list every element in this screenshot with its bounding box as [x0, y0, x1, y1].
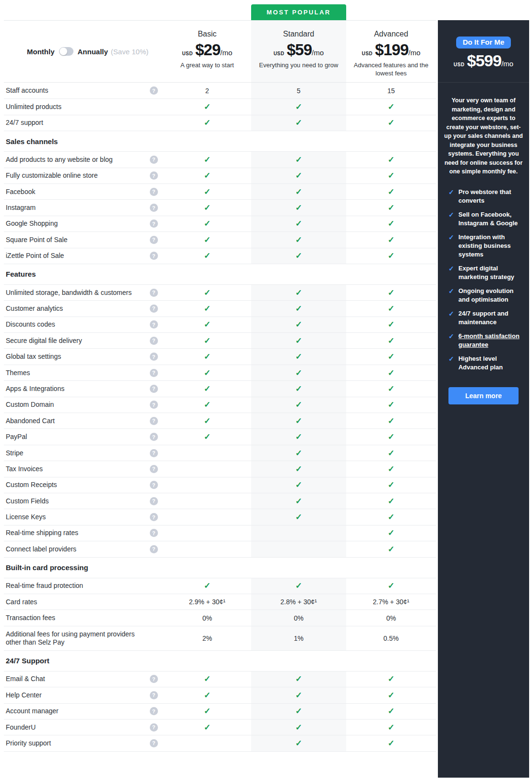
plan-value: 0%: [294, 614, 303, 622]
feature-label: Apps & Integrations: [4, 385, 144, 393]
plan-value-cell: ✓: [163, 285, 251, 300]
help-icon[interactable]: ?: [150, 513, 158, 521]
help-icon[interactable]: ?: [150, 545, 158, 553]
check-icon: ✓: [295, 103, 302, 111]
table-row: Custom Domain?✓✓✓: [4, 397, 436, 413]
help-icon[interactable]: ?: [150, 220, 158, 228]
help-cell: ?: [144, 353, 163, 361]
check-icon: ✓: [387, 417, 394, 425]
help-icon[interactable]: ?: [150, 385, 158, 393]
help-icon[interactable]: ?: [150, 236, 158, 244]
help-icon[interactable]: ?: [150, 433, 158, 441]
help-icon[interactable]: ?: [150, 188, 158, 196]
benefit-text: Ongoing evolution and optimisation: [459, 287, 523, 304]
help-icon[interactable]: ?: [150, 305, 158, 313]
help-icon[interactable]: ?: [150, 481, 158, 489]
table-row: iZettle Point of Sale?✓✓✓: [4, 248, 436, 264]
plan-value-cell: [163, 525, 251, 541]
plan-value-cell: ✓: [346, 525, 436, 541]
help-icon[interactable]: ?: [150, 204, 158, 212]
check-icon: ✓: [387, 513, 394, 521]
help-cell: ?: [144, 529, 163, 537]
help-icon[interactable]: ?: [150, 401, 158, 409]
plan-value-cell: ✓: [346, 317, 436, 332]
plan-value-cell: ✓: [251, 232, 346, 247]
help-icon[interactable]: ?: [150, 723, 158, 732]
feature-label: FounderU: [4, 723, 144, 732]
help-icon[interactable]: ?: [150, 353, 158, 361]
plan-value-cell: ✓: [163, 232, 251, 247]
check-icon: ✓: [387, 119, 394, 127]
table-row: Instagram?✓✓✓: [4, 199, 436, 215]
help-icon[interactable]: ?: [150, 289, 158, 297]
help-icon[interactable]: ?: [150, 465, 158, 473]
plan-value-cell: ✓: [163, 704, 251, 719]
help-icon[interactable]: ?: [150, 337, 158, 345]
check-icon: ✓: [387, 582, 394, 590]
check-icon: ✓: [295, 723, 302, 732]
help-icon[interactable]: ?: [150, 156, 158, 164]
help-cell: ?: [144, 305, 163, 313]
help-icon[interactable]: ?: [150, 675, 158, 683]
billing-toggle[interactable]: [59, 47, 73, 56]
table-row: Stripe?✓✓: [4, 445, 436, 461]
check-icon: ✓: [204, 582, 210, 590]
benefit-text: Highest level Advanced plan: [459, 354, 523, 372]
plan-value-cell: ✓: [251, 735, 346, 751]
feature-label: Global tax settings: [4, 353, 144, 361]
do-it-for-me-button[interactable]: Do It For Me: [456, 37, 511, 49]
check-icon: ✓: [448, 332, 454, 349]
feature-label: Priority support: [4, 739, 144, 747]
benefit-text[interactable]: 6-month satisfaction guarantee: [459, 332, 523, 349]
help-icon[interactable]: ?: [150, 320, 158, 329]
plan-price: USD $29 /mo: [182, 41, 232, 59]
check-icon: ✓: [295, 465, 302, 473]
help-icon[interactable]: ?: [150, 252, 158, 260]
help-icon[interactable]: ?: [150, 497, 158, 505]
table-row: Custom Fields?✓✓: [4, 493, 436, 509]
plan-value-cell: ✓: [163, 184, 251, 199]
plan-value-cell: ✓: [346, 285, 436, 300]
check-icon: ✓: [387, 252, 394, 260]
billing-toggle-cell: Monthly Annually (Save 10%): [4, 21, 163, 82]
help-icon[interactable]: ?: [150, 171, 158, 180]
help-icon[interactable]: ?: [150, 739, 158, 747]
help-icon[interactable]: ?: [150, 707, 158, 715]
plan-value-cell: ✓: [163, 200, 251, 215]
feature-label: Google Shopping: [4, 220, 144, 228]
plan-name: Standard: [283, 30, 314, 38]
plan-value-cell: ✓: [346, 168, 436, 183]
currency-label: USD: [274, 51, 285, 56]
plan-value-cell: ✓: [251, 509, 346, 525]
help-icon[interactable]: ?: [150, 449, 158, 457]
check-icon: ✓: [295, 188, 302, 196]
check-icon: ✓: [448, 188, 454, 205]
check-icon: ✓: [204, 289, 210, 297]
check-icon: ✓: [448, 210, 454, 228]
learn-more-button[interactable]: Learn more: [448, 387, 519, 404]
plan-value-cell: ✓: [251, 333, 346, 348]
check-icon: ✓: [387, 320, 394, 329]
check-icon: ✓: [295, 337, 302, 345]
price-amount: $59: [287, 41, 312, 59]
help-cell: ?: [144, 204, 163, 212]
do-it-for-me-header: Do It For Me USD $599 /mo: [438, 20, 529, 83]
plan-value-cell: ✓: [251, 429, 346, 444]
plan-value-cell: ✓: [163, 429, 251, 444]
check-icon: ✓: [204, 369, 210, 377]
help-cell: ?: [144, 171, 163, 180]
plan-value-cell: ✓: [251, 461, 346, 476]
help-icon[interactable]: ?: [150, 86, 158, 95]
plan-value-cell: ✓: [346, 735, 436, 751]
help-cell: ?: [144, 513, 163, 521]
help-icon[interactable]: ?: [150, 529, 158, 537]
table-row: Secure digital file delivery?✓✓✓: [4, 332, 436, 348]
help-icon[interactable]: ?: [150, 691, 158, 699]
table-row: 24/7 support✓✓✓: [4, 115, 436, 131]
help-cell: ?: [144, 417, 163, 425]
check-icon: ✓: [387, 385, 394, 393]
help-cell: ?: [144, 369, 163, 377]
help-icon[interactable]: ?: [150, 369, 158, 377]
help-icon[interactable]: ?: [150, 417, 158, 425]
panel-description: Your very own team of marketing, design …: [444, 96, 523, 176]
